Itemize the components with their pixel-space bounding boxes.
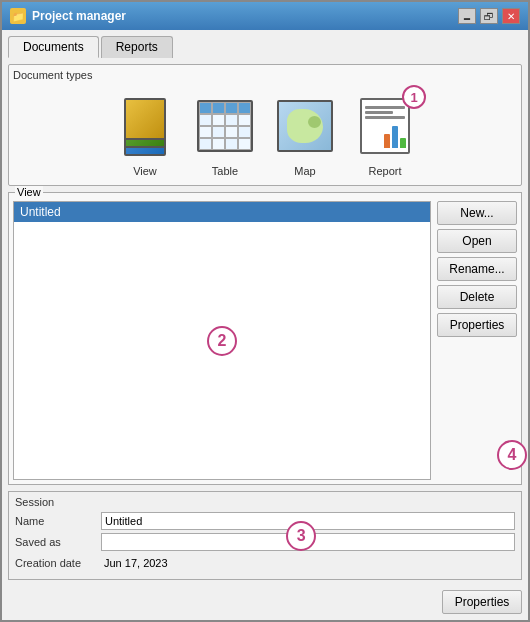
tab-reports[interactable]: Reports bbox=[101, 36, 173, 58]
tc14 bbox=[212, 138, 225, 150]
view-list[interactable]: Untitled bbox=[13, 201, 431, 480]
map-icon-wrap bbox=[270, 91, 340, 161]
report-icon bbox=[360, 98, 410, 154]
view-inner: Untitled 2 New... Open Rename... Delete … bbox=[13, 201, 517, 480]
title-bar: 📁 Project manager 🗕 🗗 ✕ bbox=[2, 2, 528, 30]
tc15 bbox=[225, 138, 238, 150]
view-icon-wrap bbox=[110, 91, 180, 161]
report-label: Report bbox=[368, 165, 401, 177]
badge-4-wrap: 4 bbox=[497, 440, 527, 470]
session-creationdate-row: Creation date Jun 17, 2023 bbox=[15, 554, 515, 572]
tc2 bbox=[212, 102, 225, 114]
bar3 bbox=[400, 138, 406, 148]
session-name-label: Name bbox=[15, 515, 95, 527]
doc-type-table[interactable]: Table bbox=[190, 91, 260, 177]
tc9 bbox=[199, 126, 212, 138]
map-icon bbox=[277, 100, 333, 152]
view-buttons: New... Open Rename... Delete Properties … bbox=[437, 201, 517, 480]
badge-3: 3 bbox=[286, 521, 316, 551]
view-icon bbox=[115, 96, 175, 156]
view-list-area: Untitled 2 bbox=[13, 201, 431, 480]
badge-3-wrap: 3 bbox=[286, 521, 316, 551]
tc1 bbox=[199, 102, 212, 114]
report-icon-wrap: 1 bbox=[350, 91, 420, 161]
session-label: Session bbox=[15, 496, 515, 508]
table-icon bbox=[197, 100, 253, 152]
view-label: View bbox=[133, 165, 157, 177]
table-label: Table bbox=[212, 165, 238, 177]
tc6 bbox=[212, 114, 225, 126]
window-icon: 📁 bbox=[10, 8, 26, 24]
rename-button[interactable]: Rename... bbox=[437, 257, 517, 281]
session-savedas-label: Saved as bbox=[15, 536, 95, 548]
tc13 bbox=[199, 138, 212, 150]
project-manager-window: 📁 Project manager 🗕 🗗 ✕ Documents Report… bbox=[0, 0, 530, 622]
window-title: Project manager bbox=[32, 9, 126, 23]
open-button[interactable]: Open bbox=[437, 229, 517, 253]
tc11 bbox=[225, 126, 238, 138]
title-bar-left: 📁 Project manager bbox=[10, 8, 126, 24]
properties-button-view[interactable]: Properties bbox=[437, 313, 517, 337]
tc8 bbox=[238, 114, 251, 126]
properties-button-bottom[interactable]: Properties bbox=[442, 590, 522, 614]
view-section-label: View bbox=[15, 186, 43, 198]
table-icon-wrap bbox=[190, 91, 260, 161]
map-label: Map bbox=[294, 165, 315, 177]
close-button[interactable]: ✕ bbox=[502, 8, 520, 24]
document-types-grid: View bbox=[13, 87, 517, 181]
bottom-row: Properties bbox=[8, 586, 522, 614]
doc-type-map[interactable]: Map bbox=[270, 91, 340, 177]
session-savedas-row: Saved as bbox=[15, 533, 515, 551]
tabs-row: Documents Reports bbox=[8, 36, 522, 58]
new-button[interactable]: New... bbox=[437, 201, 517, 225]
session-name-row: Name bbox=[15, 512, 515, 530]
bar2 bbox=[392, 126, 398, 148]
rl2 bbox=[365, 111, 393, 114]
list-item-untitled[interactable]: Untitled bbox=[14, 202, 430, 222]
tc4 bbox=[238, 102, 251, 114]
restore-button[interactable]: 🗗 bbox=[480, 8, 498, 24]
doc-type-view[interactable]: View bbox=[110, 91, 180, 177]
session-date-label: Creation date bbox=[15, 557, 95, 569]
main-content: Documents Reports Document types bbox=[2, 30, 528, 620]
tc5 bbox=[199, 114, 212, 126]
document-types-section: Document types View bbox=[8, 64, 522, 186]
doc-type-report[interactable]: 1 Report bbox=[350, 91, 420, 177]
badge-4: 4 bbox=[497, 440, 527, 470]
view-section-wrapper: View Untitled 2 New... Open Rename... bbox=[8, 192, 522, 485]
layer3 bbox=[124, 98, 166, 140]
title-buttons: 🗕 🗗 ✕ bbox=[458, 8, 520, 24]
tab-documents[interactable]: Documents bbox=[8, 36, 99, 58]
session-section: Session 3 Name Saved as Creation date Ju… bbox=[8, 491, 522, 580]
bar1 bbox=[384, 134, 390, 148]
delete-button[interactable]: Delete bbox=[437, 285, 517, 309]
tc12 bbox=[238, 126, 251, 138]
rl3 bbox=[365, 116, 405, 119]
rl1 bbox=[365, 106, 405, 109]
tc3 bbox=[225, 102, 238, 114]
tc16 bbox=[238, 138, 251, 150]
badge-1: 1 bbox=[402, 85, 426, 109]
tc10 bbox=[212, 126, 225, 138]
minimize-button[interactable]: 🗕 bbox=[458, 8, 476, 24]
report-lines bbox=[362, 100, 408, 125]
bar-chart bbox=[384, 126, 406, 148]
tc7 bbox=[225, 114, 238, 126]
session-date-value: Jun 17, 2023 bbox=[101, 554, 515, 572]
document-types-label: Document types bbox=[13, 69, 517, 81]
